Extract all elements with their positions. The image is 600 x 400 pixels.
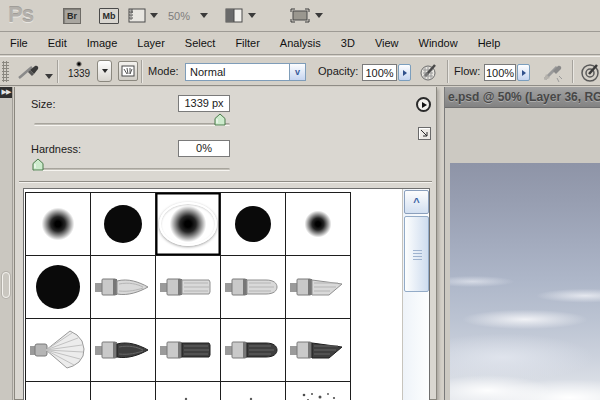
document-title-bar[interactable]: e.psd @ 50% (Layer 36, RG	[445, 87, 600, 108]
brush-preset-cell-brush-angled[interactable]	[286, 256, 351, 319]
blend-mode-select[interactable]: Normal v	[185, 63, 306, 81]
brush-preset-cell-brush-round[interactable]	[221, 256, 286, 319]
opacity-label: Opacity:	[318, 65, 358, 77]
hardness-label: Hardness:	[31, 143, 81, 155]
launch-bridge-button[interactable]: Br	[63, 8, 81, 24]
brush-preset-cell-brush-angled[interactable]	[286, 319, 351, 382]
menu-item-window[interactable]: Window	[409, 34, 468, 53]
brush-size-number: 1339	[64, 68, 94, 79]
document-canvas-sky-image[interactable]	[450, 163, 600, 400]
brush-preset-cell-speckle[interactable]	[156, 382, 221, 400]
brush-tool-icon[interactable]	[16, 61, 42, 82]
flow-label: Flow:	[454, 65, 480, 77]
zoom-level-field[interactable]: 50%	[168, 10, 190, 22]
document-window: e.psd @ 50% (Layer 36, RG	[444, 87, 600, 400]
scroll-up-button[interactable]: ^	[404, 190, 429, 214]
menu-item-view[interactable]: View	[365, 34, 409, 53]
view-extras-dropdown-arrow[interactable]	[150, 13, 158, 18]
separator	[57, 60, 58, 83]
arrange-documents-dropdown-arrow[interactable]	[248, 13, 256, 18]
mode-label: Mode:	[148, 65, 179, 77]
tablet-pressure-size-icon[interactable]	[580, 62, 600, 83]
tool-preset-dropdown-arrow[interactable]	[45, 74, 53, 79]
brush-preset-cell-hard-dot[interactable]	[91, 193, 156, 256]
menu-item-edit[interactable]: Edit	[38, 34, 77, 53]
tool-options-bar: 1339 Mode: Normal v Opacity: 100% Flow: …	[0, 56, 600, 86]
expand-dock-icon[interactable]: ▶▶	[0, 87, 12, 98]
chevron-down-icon[interactable]: v	[289, 64, 305, 80]
brushes-panel-icon	[121, 64, 135, 78]
brush-preset-cell-brush-round[interactable]	[221, 319, 286, 382]
menu-item-layer[interactable]: Layer	[127, 34, 175, 53]
size-slider[interactable]	[34, 123, 230, 126]
opacity-slider-arrow-button[interactable]	[398, 64, 411, 81]
arrange-documents-icon[interactable]	[225, 8, 243, 23]
diagonal-arrow-icon	[419, 128, 430, 139]
panel-menu-button[interactable]	[416, 97, 431, 112]
flow-input[interactable]: 100%	[484, 64, 516, 81]
options-bar-grip[interactable]	[2, 61, 9, 82]
size-label: Size:	[31, 98, 55, 110]
screen-mode-dropdown-arrow[interactable]	[315, 13, 323, 18]
brush-preset-cell-hard-dot[interactable]	[221, 193, 286, 256]
brush-preset-cell-brush-pointed[interactable]	[91, 256, 156, 319]
collapse-corner-icon[interactable]	[418, 127, 431, 140]
menu-bar: FileEditImageLayerSelectFilterAnalysis3D…	[0, 33, 600, 55]
brush-preset-cell-hard-dot[interactable]	[26, 256, 91, 319]
hardness-slider[interactable]	[34, 168, 230, 171]
menu-item-filter[interactable]: Filter	[225, 34, 269, 53]
brush-picker-dropdown-button[interactable]	[97, 60, 112, 82]
brush-preset-cell-soft-dot[interactable]	[286, 193, 351, 256]
flow-slider-arrow-button[interactable]	[517, 64, 530, 81]
blend-mode-value: Normal	[186, 66, 289, 78]
vertical-scrollbar[interactable]: ^	[402, 189, 429, 400]
brush-cursor-ring	[159, 202, 217, 246]
photoshop-logo: Ps	[8, 2, 33, 28]
airbrush-toggle-icon[interactable]	[541, 62, 564, 83]
launch-mini-bridge-button[interactable]: Mb	[99, 8, 119, 24]
separator	[572, 60, 573, 83]
brush-preset-preview[interactable]: 1339	[64, 59, 94, 84]
brush-preset-grid	[25, 192, 351, 400]
brush-preset-cell-blob-dark[interactable]	[26, 382, 91, 400]
brush-preset-cell-brush-fan[interactable]	[26, 319, 91, 382]
menu-item-image[interactable]: Image	[77, 34, 128, 53]
brush-preset-cell-speckle-scatter[interactable]	[286, 382, 351, 400]
separator	[447, 60, 448, 83]
brush-preset-cell-brush-pointed[interactable]	[91, 319, 156, 382]
hardness-input[interactable]: 0%	[178, 140, 230, 157]
menu-item-analysis[interactable]: Analysis	[270, 34, 331, 53]
brush-preset-cell-soft-dot-selected[interactable]	[156, 193, 221, 256]
brush-tip-dot	[76, 61, 82, 67]
menu-item-3d[interactable]: 3D	[331, 34, 365, 53]
right-arrow-icon	[422, 102, 427, 108]
brush-preset-cell-brush-flat[interactable]	[156, 256, 221, 319]
divider	[19, 181, 432, 182]
menu-item-help[interactable]: Help	[468, 34, 511, 53]
separator	[141, 60, 142, 83]
thumb-grip-icon	[413, 250, 422, 260]
dock-grabber[interactable]	[2, 272, 10, 298]
scrollbar-thumb[interactable]	[404, 216, 429, 292]
menu-item-select[interactable]: Select	[175, 34, 226, 53]
brush-preset-cell-soft-dot[interactable]	[26, 193, 91, 256]
size-slider-handle[interactable]	[214, 113, 226, 126]
application-bar: Ps Br Mb 50%	[0, 0, 600, 32]
brush-preset-list: ^	[23, 188, 430, 400]
view-extras-icon[interactable]	[128, 8, 146, 23]
brush-preset-cell-empty[interactable]	[91, 382, 156, 400]
zoom-dropdown-arrow[interactable]	[200, 13, 208, 18]
brush-preset-cell-brush-flat[interactable]	[156, 319, 221, 382]
tablet-pressure-opacity-icon[interactable]	[419, 62, 440, 83]
menu-item-file[interactable]: File	[0, 34, 38, 53]
opacity-input[interactable]: 100%	[362, 64, 397, 81]
tools-dock-strip[interactable]: ▶▶	[0, 87, 13, 400]
brush-preset-cell-speckle[interactable]	[221, 382, 286, 400]
hardness-slider-handle[interactable]	[32, 158, 44, 171]
screen-mode-icon[interactable]	[290, 8, 310, 23]
brush-preset-picker-panel: Size: 1339 px Hardness: 0% ^	[14, 87, 437, 400]
size-input[interactable]: 1339 px	[178, 95, 230, 112]
toggle-brushes-panel-button[interactable]	[118, 61, 138, 81]
